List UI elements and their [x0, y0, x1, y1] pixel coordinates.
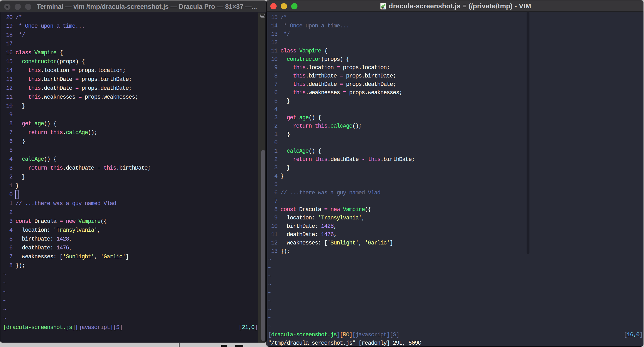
svg-text:JS: JS — [381, 7, 384, 9]
